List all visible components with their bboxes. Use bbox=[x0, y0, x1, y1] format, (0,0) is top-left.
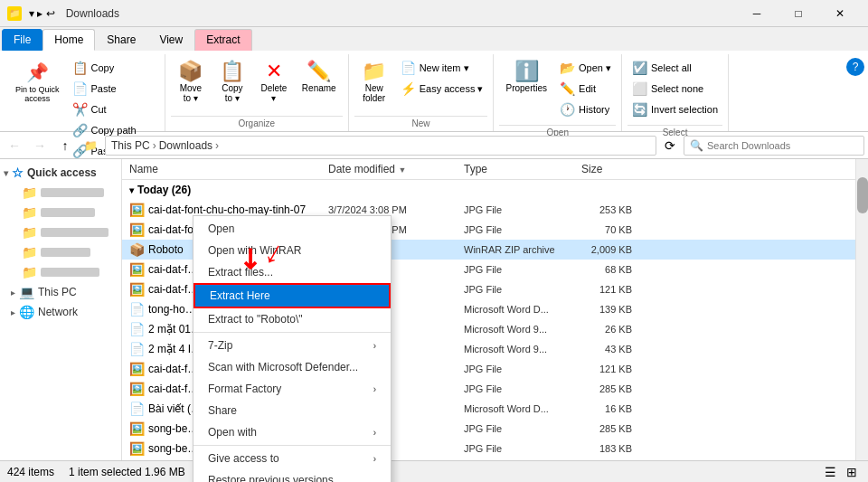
sidebar-item-4[interactable]: 📁 bbox=[0, 242, 121, 262]
ctx-extract-here[interactable]: Extract Here bbox=[193, 283, 391, 308]
column-header-date[interactable]: Date modified ▼ bbox=[321, 159, 457, 179]
move-icon: 📦 bbox=[178, 61, 203, 81]
delete-label: Delete▾ bbox=[260, 83, 287, 103]
search-input[interactable] bbox=[707, 140, 852, 151]
rename-button[interactable]: ✏️ Rename bbox=[296, 58, 343, 97]
move-label: Moveto ▾ bbox=[180, 83, 202, 103]
folder-nav-icon: 📁 bbox=[80, 135, 101, 156]
new-folder-button[interactable]: 📁 Newfolder bbox=[354, 58, 394, 107]
copy-to-button[interactable]: 📋 Copyto ▾ bbox=[212, 58, 252, 107]
help-button[interactable]: ? bbox=[846, 58, 864, 76]
folder-icon-2: 📁 bbox=[22, 205, 37, 220]
sidebar-item-network[interactable]: ▸ 🌐 Network bbox=[0, 302, 121, 322]
sidebar-item-5[interactable]: 📁 bbox=[0, 262, 121, 282]
pin-to-quick-access-button[interactable]: 📌 Pin to Quickaccess bbox=[9, 58, 66, 107]
ctx-scan-defender[interactable]: Scan with Microsoft Defender... bbox=[193, 356, 391, 378]
ctx-scan-label: Scan with Microsoft Defender... bbox=[208, 361, 358, 373]
ctx-extract-to[interactable]: Extract to "Roboto\" bbox=[193, 308, 391, 330]
ctx-give-access[interactable]: Give access to › bbox=[193, 448, 391, 469]
sidebar-label-5 bbox=[41, 268, 99, 277]
copy-button[interactable]: 📋 Copy bbox=[68, 58, 159, 78]
select-none-button[interactable]: ⬜ Select none bbox=[627, 79, 722, 99]
sidebar-item-quick-access[interactable]: ▾ ☆ Quick access bbox=[0, 163, 121, 183]
ctx-7zip[interactable]: 7-Zip › bbox=[193, 335, 391, 356]
section-toggle[interactable]: ▾ bbox=[129, 185, 134, 195]
ctx-open-with-arrow: › bbox=[373, 428, 376, 438]
column-header-type[interactable]: Type bbox=[457, 159, 574, 179]
close-button[interactable]: ✕ bbox=[819, 0, 861, 27]
column-header-name[interactable]: Name bbox=[122, 159, 321, 179]
address-path[interactable]: This PC › Downloads › bbox=[105, 136, 656, 156]
delete-icon: ✕ bbox=[266, 61, 282, 81]
easy-access-button[interactable]: ⚡ Easy access ▾ bbox=[396, 79, 488, 99]
ctx-extract-files[interactable]: Extract files... bbox=[193, 261, 391, 283]
ctx-separator-2 bbox=[193, 445, 391, 446]
ribbon-group-clipboard: 📌 Pin to Quickaccess 📋 Copy 📄 Paste ✂️ C… bbox=[4, 54, 165, 131]
file-type: JPG File bbox=[457, 284, 574, 295]
invert-selection-button[interactable]: 🔄 Invert selection bbox=[627, 99, 722, 119]
select-buttons: ☑️ Select all ⬜ Select none 🔄 Invert sel… bbox=[627, 54, 722, 123]
forward-button[interactable]: → bbox=[29, 135, 51, 156]
file-type: JPG File bbox=[457, 264, 574, 275]
tab-home[interactable]: Home bbox=[42, 29, 95, 51]
path-downloads: Downloads bbox=[159, 139, 212, 152]
properties-button[interactable]: ℹ️ Properties bbox=[499, 58, 553, 97]
cut-button[interactable]: ✂️ Cut bbox=[68, 99, 159, 119]
tab-file[interactable]: File bbox=[2, 29, 42, 51]
ctx-share[interactable]: Share bbox=[193, 400, 391, 421]
open-button[interactable]: 📂 Open ▾ bbox=[555, 58, 616, 78]
delete-button[interactable]: ✕ Delete▾ bbox=[254, 58, 294, 107]
vertical-scrollbar[interactable] bbox=[855, 159, 868, 460]
new-item-button[interactable]: 📄 New item ▾ bbox=[396, 58, 488, 78]
column-type-label: Type bbox=[464, 163, 487, 175]
ctx-format-factory[interactable]: Format Factory › bbox=[193, 378, 391, 400]
file-type: JPG File bbox=[457, 224, 574, 235]
open-icon: 📂 bbox=[560, 61, 575, 75]
select-all-button[interactable]: ☑️ Select all bbox=[627, 58, 722, 78]
select-all-icon: ☑️ bbox=[632, 61, 647, 75]
file-size: 43 KB bbox=[574, 344, 646, 354]
sidebar-item-3[interactable]: 📁 bbox=[0, 222, 121, 242]
file-list-header: Name Date modified ▼ Type Size bbox=[122, 159, 855, 180]
tab-view[interactable]: View bbox=[147, 29, 194, 51]
history-button[interactable]: 🕐 History bbox=[555, 99, 616, 119]
file-type: JPG File bbox=[457, 443, 574, 454]
up-button[interactable]: ↑ bbox=[54, 135, 76, 156]
file-type: Microsoft Word D... bbox=[457, 403, 574, 414]
file-size: 253 KB bbox=[574, 204, 646, 215]
select-none-label: Select none bbox=[651, 83, 703, 94]
column-header-size[interactable]: Size bbox=[574, 159, 646, 179]
sidebar-item-1[interactable]: 📁 bbox=[0, 183, 121, 203]
large-icons-view-button[interactable]: ⊞ bbox=[843, 463, 861, 481]
refresh-button[interactable]: ⟳ bbox=[660, 136, 680, 156]
ctx-open[interactable]: Open bbox=[193, 218, 391, 240]
ctx-share-label: Share bbox=[208, 404, 237, 417]
back-button[interactable]: ← bbox=[4, 135, 25, 156]
this-pc-chevron: ▸ bbox=[11, 288, 15, 298]
new-folder-label: Newfolder bbox=[363, 83, 385, 103]
maximize-button[interactable]: □ bbox=[778, 0, 819, 27]
sidebar-item-this-pc[interactable]: ▸ 💻 This PC bbox=[0, 282, 121, 302]
window-title: Downloads bbox=[66, 7, 119, 20]
sidebar-item-2[interactable]: 📁 bbox=[0, 203, 121, 222]
ctx-open-with[interactable]: Open with › bbox=[193, 421, 391, 443]
file-type: JPG File bbox=[457, 204, 574, 215]
edit-button[interactable]: ✏️ Edit bbox=[555, 79, 616, 99]
edit-label: Edit bbox=[579, 83, 596, 94]
search-icon: 🔍 bbox=[690, 139, 703, 152]
copy-icon: 📋 bbox=[72, 61, 88, 75]
file-size: 26 KB bbox=[574, 324, 646, 335]
today-section-label: ▾ Today (26) bbox=[122, 180, 855, 200]
minimize-button[interactable]: ─ bbox=[736, 0, 778, 27]
tab-extract[interactable]: Extract bbox=[194, 29, 251, 51]
cut-label: Cut bbox=[91, 104, 107, 115]
details-view-button[interactable]: ☰ bbox=[821, 463, 839, 481]
move-to-button[interactable]: 📦 Moveto ▾ bbox=[171, 58, 211, 107]
ctx-restore-versions[interactable]: Restore previous versions bbox=[193, 469, 391, 482]
file-type: Microsoft Word D... bbox=[457, 304, 574, 315]
paste-button[interactable]: 📄 Paste bbox=[68, 79, 159, 99]
ctx-open-winrar[interactable]: Open with WinRAR bbox=[193, 240, 391, 261]
ctx-7zip-arrow: › bbox=[373, 341, 376, 351]
tab-share[interactable]: Share bbox=[95, 29, 147, 51]
folder-icon-4: 📁 bbox=[22, 245, 37, 260]
